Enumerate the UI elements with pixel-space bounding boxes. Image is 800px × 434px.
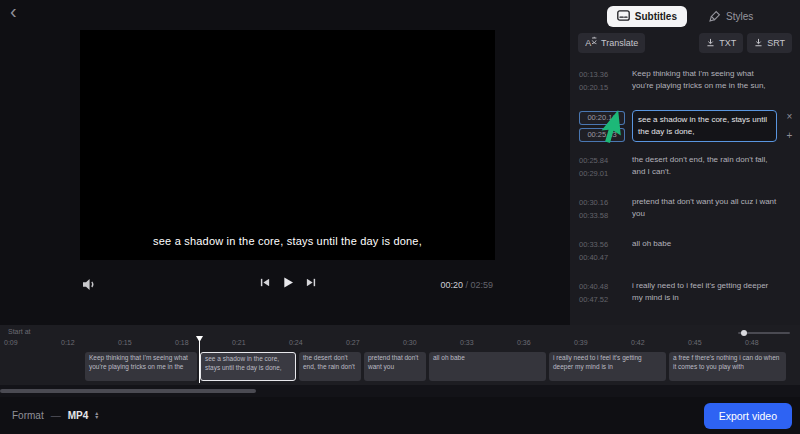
subtitle-text-input[interactable]: see a shadow in the core, stays until th…: [632, 110, 777, 142]
timeline-ruler[interactable]: 0:09 0:12 0:15 0:18 0:21 0:24 0:27 0:30 …: [0, 337, 800, 349]
ruler-tick: 0:18: [175, 339, 189, 346]
format-selector[interactable]: Format — MP4 ▴ ▾: [12, 410, 98, 421]
timeline-scrollbar[interactable]: [0, 385, 800, 397]
add-subtitle-icon[interactable]: +: [784, 131, 795, 141]
timeline-subtitle-block[interactable]: pretend that don't want you: [364, 352, 426, 381]
subtitle-row[interactable]: 00:13.36 00:20.15 Keep thinking that I'm…: [570, 62, 800, 104]
subtitles-panel: Subtitles Styles A Translate T: [570, 0, 800, 325]
mouse-cursor-icon: [596, 110, 624, 150]
download-srt-button[interactable]: SRT: [747, 33, 792, 53]
ruler-tick: 0:33: [460, 339, 474, 346]
timeline-zoom-slider[interactable]: [738, 332, 790, 334]
translate-icon: A: [585, 36, 597, 50]
format-carets-icon[interactable]: ▴ ▾: [95, 412, 98, 419]
timeline-subtitle-block[interactable]: the desert don't end, the rain don't: [299, 352, 361, 381]
timeline-subtitle-block[interactable]: Keep thinking that I'm seeing what you'r…: [85, 352, 197, 381]
subtitle-row-actions: × +: [784, 110, 795, 141]
format-dash: —: [51, 410, 61, 421]
styles-icon: [709, 10, 721, 24]
skip-forward-icon[interactable]: [305, 277, 316, 288]
timeline-subtitle-block[interactable]: i really need to i feel it's getting dee…: [549, 352, 666, 381]
subtitle-text[interactable]: pretend that don't want you all cuz i wa…: [632, 196, 777, 220]
ruler-tick: 0:27: [346, 339, 360, 346]
video-player[interactable]: see a shadow in the core, stays until th…: [80, 30, 495, 260]
subtitle-end: 00:47.52: [579, 294, 625, 307]
timeline-scrollbar-thumb[interactable]: [0, 389, 256, 393]
time-display: 00:20 / 02:59: [440, 280, 493, 290]
subtitle-start: 00:33.56: [579, 239, 625, 252]
subtitle-list: 00:13.36 00:20.15 Keep thinking that I'm…: [570, 62, 800, 325]
start-at-label: Start at: [8, 328, 31, 335]
subtitle-row[interactable]: 00:47.53 00:54.11 a free f there's nothi…: [570, 316, 800, 325]
subtitle-row[interactable]: 00:40.48 00:47.52 i really need to i fee…: [570, 274, 800, 316]
subtitles-icon: [617, 10, 630, 23]
tab-styles-label: Styles: [726, 11, 753, 22]
ruler-tick: 0:30: [403, 339, 417, 346]
translate-label: Translate: [601, 38, 638, 48]
format-value: MP4: [68, 410, 89, 421]
ruler-tick: 0:39: [574, 339, 588, 346]
timeline-subtitle-block-selected[interactable]: see a shadow in the core, stays until th…: [200, 352, 296, 381]
player-controls: 00:20 / 02:59: [80, 271, 495, 297]
panel-tab-bar: Subtitles Styles: [570, 0, 800, 30]
subtitle-row[interactable]: 00:33.56 00:40.47 all oh babe: [570, 232, 800, 274]
subtitle-times: 00:13.36 00:20.15: [579, 68, 625, 95]
ruler-tick: 0:42: [631, 339, 645, 346]
current-time: 00:20: [440, 280, 463, 290]
ruler-tick: 0:15: [118, 339, 132, 346]
tab-subtitles[interactable]: Subtitles: [607, 6, 687, 27]
subtitle-end: 00:20.15: [579, 82, 625, 95]
txt-label: TXT: [719, 38, 736, 48]
subtitle-toolbar: A Translate TXT SRT: [570, 33, 800, 53]
total-time: 02:59: [470, 280, 493, 290]
video-subtitle-overlay: see a shadow in the core, stays until th…: [80, 235, 495, 247]
footer-bar: Format — MP4 ▴ ▾ Export video: [0, 397, 800, 434]
ruler-tick: 0:12: [61, 339, 75, 346]
volume-icon[interactable]: [82, 277, 97, 295]
timeline-track: Keep thinking that I'm seeing what you'r…: [0, 351, 800, 383]
subtitle-end: 00:40.47: [579, 252, 625, 265]
subtitle-times: 00:40.48 00:47.52: [579, 280, 625, 307]
subtitle-times: 00:33.56 00:40.47: [579, 238, 625, 265]
srt-label: SRT: [767, 38, 785, 48]
export-video-button[interactable]: Export video: [704, 403, 792, 429]
subtitle-end: 00:29.01: [579, 168, 625, 181]
subtitle-start: 00:40.48: [579, 281, 625, 294]
ruler-tick: 0:09: [4, 339, 18, 346]
subtitle-start: 00:30.16: [579, 197, 625, 210]
timeline: Start at 0:09 0:12 0:15 0:18 0:21 0:24 0…: [0, 325, 800, 397]
subtitle-text[interactable]: Keep thinking that I'm seeing what you'r…: [632, 68, 777, 92]
subtitle-row[interactable]: 00:30.16 00:33.58 pretend that don't wan…: [570, 190, 800, 232]
skip-back-icon[interactable]: [259, 277, 270, 288]
delete-subtitle-icon[interactable]: ×: [784, 112, 795, 122]
zoom-slider-thumb[interactable]: [741, 330, 747, 336]
timeline-subtitle-block[interactable]: all oh babe: [429, 352, 546, 381]
translate-button[interactable]: A Translate: [578, 33, 645, 53]
ruler-tick: 0:24: [289, 339, 303, 346]
playhead[interactable]: [199, 337, 200, 383]
transport-controls: [259, 276, 316, 289]
subtitle-editor-app: ‹ see a shadow in the core, stays until …: [0, 0, 800, 434]
subtitle-text[interactable]: i really need to i feel it's getting dee…: [632, 280, 777, 304]
format-label: Format: [12, 410, 44, 421]
subtitle-start: 00:13.36: [579, 69, 625, 82]
play-icon[interactable]: [281, 276, 294, 289]
time-separator: /: [465, 280, 468, 290]
download-icon: [706, 38, 715, 49]
subtitle-text[interactable]: the desert don't end, the rain don't fal…: [632, 154, 777, 178]
back-chevron-icon[interactable]: ‹: [10, 0, 17, 23]
ruler-tick: 0:21: [232, 339, 246, 346]
subtitle-times: 00:30.16 00:33.58: [579, 196, 625, 223]
subtitle-times: 00:25.84 00:29.01: [579, 154, 625, 181]
ruler-tick: 0:36: [517, 339, 531, 346]
timeline-subtitle-block[interactable]: a free f there's nothing i can do when i…: [669, 352, 786, 381]
ruler-tick: 0:45: [688, 339, 702, 346]
download-icon: [754, 38, 763, 49]
subtitle-start: 00:25.84: [579, 155, 625, 168]
ruler-tick: 0:48: [745, 339, 759, 346]
subtitle-row[interactable]: 00:25.84 00:29.01 the desert don't end, …: [570, 148, 800, 190]
subtitle-text[interactable]: all oh babe: [632, 238, 777, 250]
download-txt-button[interactable]: TXT: [699, 33, 743, 53]
tab-styles[interactable]: Styles: [699, 6, 763, 28]
subtitle-end: 00:33.58: [579, 210, 625, 223]
